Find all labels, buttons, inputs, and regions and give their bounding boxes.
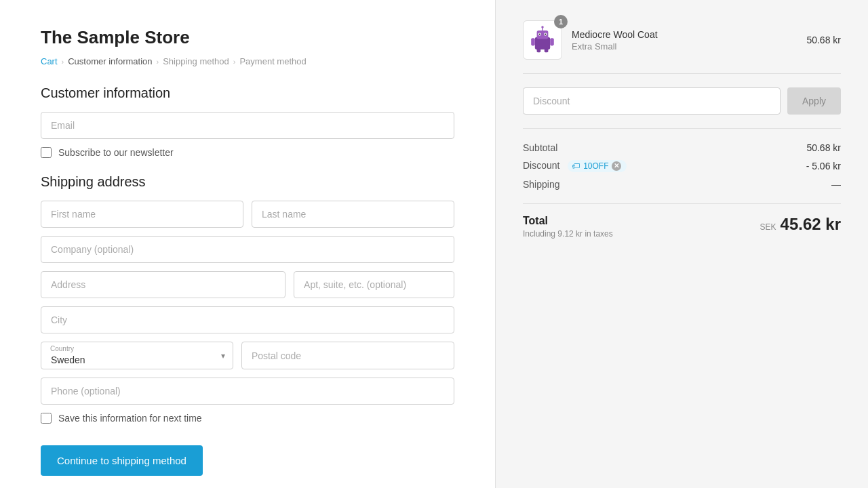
- continue-button[interactable]: Continue to shipping method: [41, 445, 203, 476]
- postal-code-input[interactable]: [241, 342, 454, 369]
- product-name: Mediocre Wool Coat: [572, 29, 797, 40]
- tag-icon: 🏷: [572, 161, 580, 171]
- newsletter-checkbox-row[interactable]: Subscribe to our newsletter: [41, 147, 454, 158]
- total-amount-group: SEK 45.62 kr: [760, 215, 841, 234]
- subtotal-value: 50.68 kr: [806, 142, 841, 153]
- product-price: 50.68 kr: [806, 35, 841, 45]
- last-name-input[interactable]: [252, 201, 454, 228]
- total-label-group: Total Including 9.12 kr in taxes: [523, 215, 613, 239]
- newsletter-checkbox[interactable]: [41, 147, 52, 158]
- shipping-label: Shipping: [523, 179, 560, 190]
- discount-label-group: Discount 🏷 10OFF ✕: [523, 160, 627, 172]
- product-quantity-badge: 1: [554, 15, 568, 28]
- breadcrumb-shipping: Shipping method: [163, 56, 229, 66]
- product-variant: Extra Small: [572, 41, 797, 52]
- apt-input[interactable]: [294, 271, 454, 298]
- country-select[interactable]: Sweden Norway Denmark Finland Germany Un…: [41, 342, 233, 369]
- total-line: Total Including 9.12 kr in taxes SEK 45.…: [523, 203, 841, 239]
- svg-rect-10: [531, 38, 535, 45]
- store-title: The Sample Store: [41, 27, 454, 48]
- svg-rect-8: [537, 49, 541, 53]
- product-thumbnail: [528, 26, 557, 54]
- left-panel: The Sample Store Cart › Customer informa…: [0, 0, 495, 488]
- phone-input[interactable]: [41, 378, 454, 405]
- discount-remove-button[interactable]: ✕: [612, 161, 621, 171]
- total-tax-note: Including 9.12 kr in taxes: [523, 229, 613, 239]
- shipping-line: Shipping —: [523, 179, 841, 190]
- breadcrumb-sep-3: ›: [233, 58, 236, 66]
- discount-code: 10OFF: [583, 161, 608, 171]
- right-panel: 1 Mediocre Wool Coat Extra Small 50.68 k…: [495, 0, 868, 488]
- discount-row: Apply: [523, 87, 841, 129]
- breadcrumb-customer-info: Customer information: [68, 56, 152, 66]
- product-info: Mediocre Wool Coat Extra Small: [572, 29, 797, 52]
- svg-rect-9: [545, 49, 549, 53]
- svg-rect-11: [550, 38, 554, 45]
- city-input[interactable]: [41, 306, 454, 333]
- svg-point-7: [541, 26, 544, 28]
- first-name-input[interactable]: [41, 201, 243, 228]
- summary-section: Subtotal 50.68 kr Discount 🏷 10OFF ✕ - 5…: [523, 142, 841, 190]
- discount-line: Discount 🏷 10OFF ✕ - 5.06 kr: [523, 160, 841, 172]
- breadcrumb-payment: Payment method: [239, 56, 306, 66]
- svg-point-4: [539, 34, 540, 35]
- email-input[interactable]: [41, 112, 454, 139]
- shipping-value: —: [831, 179, 841, 190]
- save-info-label: Save this information for next time: [58, 413, 202, 424]
- save-info-checkbox[interactable]: [41, 413, 52, 424]
- discount-tag: 🏷 10OFF ✕: [568, 160, 627, 172]
- customer-info-title: Customer information: [41, 85, 454, 101]
- total-amount: 45.62 kr: [781, 215, 841, 234]
- breadcrumb: Cart › Customer information › Shipping m…: [41, 56, 454, 66]
- product-item: 1 Mediocre Wool Coat Extra Small 50.68 k…: [523, 20, 841, 74]
- product-image-wrapper: 1: [523, 20, 562, 60]
- address-input[interactable]: [41, 271, 285, 298]
- newsletter-label: Subscribe to our newsletter: [58, 147, 174, 158]
- shipping-address-title: Shipping address: [41, 174, 454, 190]
- svg-point-5: [545, 34, 546, 35]
- discount-value: - 5.06 kr: [806, 161, 841, 171]
- discount-input[interactable]: [523, 87, 781, 115]
- discount-label-text: Discount: [523, 160, 559, 171]
- save-info-checkbox-row[interactable]: Save this information for next time: [41, 413, 454, 424]
- company-input[interactable]: [41, 236, 454, 263]
- total-label: Total: [523, 215, 613, 227]
- subtotal-line: Subtotal 50.68 kr: [523, 142, 841, 153]
- breadcrumb-cart[interactable]: Cart: [41, 56, 58, 66]
- country-select-wrapper: Country Sweden Norway Denmark Finland Ge…: [41, 342, 233, 369]
- breadcrumb-sep-1: ›: [62, 58, 64, 66]
- subtotal-label: Subtotal: [523, 142, 557, 153]
- apply-button[interactable]: Apply: [787, 87, 841, 115]
- breadcrumb-sep-2: ›: [157, 58, 159, 66]
- total-currency: SEK: [760, 222, 776, 232]
